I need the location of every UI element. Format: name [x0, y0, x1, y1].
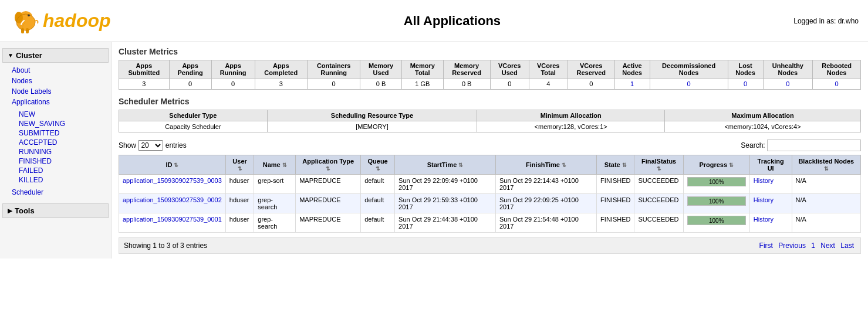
- entries-label: entries: [166, 141, 187, 149]
- cell-progress: 100%: [683, 213, 749, 233]
- col-id[interactable]: ID ⇅: [119, 155, 226, 175]
- logo-area: hadoop: [9, 5, 111, 37]
- col-vcores-total: VCoresTotal: [529, 60, 568, 79]
- cell-user: hduser: [225, 175, 254, 194]
- sidebar-app-submitted[interactable]: SUBMITTED: [16, 128, 111, 138]
- header: hadoop All Applications Logged in as: dr…: [0, 0, 868, 42]
- val-maximum-allocation: <memory:1024, vCores:4>: [665, 121, 861, 132]
- val-minimum-allocation: <memory:128, vCores:1>: [477, 121, 665, 132]
- sidebar-app-accepted[interactable]: ACCEPTED: [16, 138, 111, 147]
- cluster-arrow-icon: ▼: [8, 52, 13, 59]
- col-memory-total: MemoryTotal: [401, 60, 443, 79]
- cell-state: FINISHED: [597, 213, 634, 233]
- val-containers-running: 0: [307, 79, 360, 90]
- pagination-previous[interactable]: Previous: [778, 242, 806, 250]
- cell-id[interactable]: application_1509309027539_0003: [119, 175, 226, 194]
- col-user[interactable]: User ⇅: [225, 155, 254, 175]
- cell-state: FINISHED: [597, 175, 634, 194]
- cell-id[interactable]: application_1509309027539_0001: [119, 213, 226, 233]
- col-queue[interactable]: Queue ⇅: [361, 155, 395, 175]
- val-decommissioned-nodes[interactable]: 0: [650, 79, 728, 90]
- sidebar-app-new[interactable]: NEW: [16, 110, 111, 119]
- sidebar-link-scheduler[interactable]: Scheduler: [9, 187, 111, 198]
- entries-select[interactable]: 20 50 100: [138, 140, 163, 151]
- progress-sort-icon: ⇅: [729, 162, 734, 168]
- cell-final-status: SUCCEEDED: [634, 194, 683, 213]
- cell-name: grep-sort: [254, 175, 296, 194]
- col-minimum-allocation: Minimum Allocation: [477, 110, 665, 121]
- scheduler-metrics-row: Capacity Scheduler [MEMORY] <memory:128,…: [119, 121, 861, 132]
- col-name[interactable]: Name ⇅: [254, 155, 296, 175]
- col-app-type[interactable]: Application Type ⇅: [296, 155, 361, 175]
- pagination-1[interactable]: 1: [811, 242, 815, 250]
- col-progress[interactable]: Progress ⇅: [683, 155, 749, 175]
- sidebar-app-killed[interactable]: KILLED: [16, 175, 111, 185]
- tools-label: Tools: [15, 206, 35, 215]
- sidebar-link-nodelabels[interactable]: Node Labels: [9, 86, 111, 97]
- apptype-sort-icon: ⇅: [326, 166, 330, 172]
- hadoop-elephant-icon: [9, 5, 42, 37]
- col-apps-submitted: AppsSubmitted: [119, 60, 170, 79]
- cluster-section-header[interactable]: ▼ Cluster: [2, 48, 109, 63]
- cell-queue: default: [361, 213, 395, 233]
- tools-section-header[interactable]: ▶ Tools: [2, 203, 109, 218]
- search-input[interactable]: [767, 140, 861, 151]
- cell-tracking[interactable]: History: [749, 213, 792, 233]
- sidebar-link-about[interactable]: About: [9, 65, 111, 76]
- col-lost-nodes: LostNodes: [728, 60, 763, 79]
- start-sort-icon: ⇅: [458, 162, 463, 168]
- queue-sort-icon: ⇅: [376, 166, 380, 172]
- show-entries: Show 20 50 100 entries: [119, 140, 187, 151]
- val-lost-nodes[interactable]: 0: [728, 79, 763, 90]
- col-memory-reserved: MemoryReserved: [443, 60, 490, 79]
- cell-state: FINISHED: [597, 194, 634, 213]
- pagination-next[interactable]: Next: [820, 242, 835, 250]
- cell-id[interactable]: application_1509309027539_0002: [119, 194, 226, 213]
- cell-queue: default: [361, 194, 395, 213]
- cell-start: Sun Oct 29 21:59:33 +0100 2017: [395, 194, 496, 213]
- finalstatus-sort-icon: ⇅: [657, 166, 661, 172]
- col-final-status[interactable]: FinalStatus ⇅: [634, 155, 683, 175]
- val-rebooted-nodes[interactable]: 0: [813, 79, 861, 90]
- content-area: Cluster Metrics AppsSubmitted AppsPendin…: [112, 42, 868, 259]
- table-controls: Show 20 50 100 entries Search:: [119, 140, 861, 151]
- state-sort-icon: ⇅: [622, 162, 627, 168]
- sidebar-app-new-saving[interactable]: NEW_SAVING: [16, 119, 111, 128]
- col-state[interactable]: State ⇅: [597, 155, 634, 175]
- sidebar-app-failed[interactable]: FAILED: [16, 166, 111, 175]
- pagination: First Previous 1 Next Last: [758, 242, 856, 250]
- sidebar-app-finished[interactable]: FINISHED: [16, 157, 111, 166]
- svg-point-2: [15, 12, 23, 23]
- applications-sub-links: NEW NEW_SAVING SUBMITTED ACCEPTED RUNNIN…: [0, 108, 111, 186]
- val-active-nodes[interactable]: 1: [614, 79, 650, 90]
- sidebar-link-nodes[interactable]: Nodes: [9, 76, 111, 86]
- pagination-last[interactable]: Last: [840, 242, 854, 250]
- val-memory-total: 1 GB: [401, 79, 443, 90]
- col-apps-pending: AppsPending: [169, 60, 211, 79]
- col-finish-time[interactable]: FinishTime ⇅: [495, 155, 596, 175]
- col-vcores-reserved: VCoresReserved: [568, 60, 614, 79]
- val-scheduling-resource-type: [MEMORY]: [267, 121, 477, 132]
- pagination-first[interactable]: First: [759, 242, 773, 250]
- val-apps-running: 0: [211, 79, 255, 90]
- table-row: application_1509309027539_0003 hduser gr…: [119, 175, 861, 194]
- val-apps-submitted: 3: [119, 79, 170, 90]
- col-decommissioned-nodes: DecommissionedNodes: [650, 60, 728, 79]
- col-apps-completed: AppsCompleted: [255, 60, 307, 79]
- cell-tracking[interactable]: History: [749, 175, 792, 194]
- sidebar-app-running[interactable]: RUNNING: [16, 147, 111, 157]
- cell-finish: Sun Oct 29 22:14:43 +0100 2017: [495, 175, 596, 194]
- cell-tracking[interactable]: History: [749, 194, 792, 213]
- id-sort-icon: ⇅: [174, 162, 178, 168]
- val-unhealthy-nodes[interactable]: 0: [763, 79, 813, 90]
- val-vcores-reserved: 0: [568, 79, 614, 90]
- search-area: Search:: [741, 140, 861, 151]
- val-apps-pending: 0: [169, 79, 211, 90]
- tools-arrow-icon: ▶: [8, 208, 12, 214]
- col-start-time[interactable]: StartTime ⇅: [395, 155, 496, 175]
- sidebar-link-applications[interactable]: Applications: [9, 97, 111, 107]
- col-blacklisted-nodes: Blacklisted Nodes ⇅: [792, 155, 860, 175]
- cell-start: Sun Oct 29 22:09:49 +0100 2017: [395, 175, 496, 194]
- val-memory-reserved: 0 B: [443, 79, 490, 90]
- col-rebooted-nodes: RebootedNodes: [813, 60, 861, 79]
